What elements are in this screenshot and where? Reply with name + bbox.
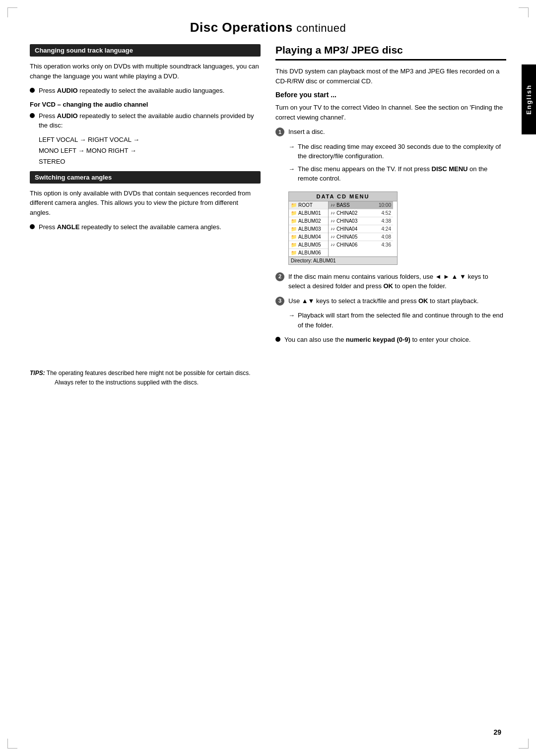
corner-mark-bl [7, 739, 17, 749]
cd-time-bass: 10:00 [379, 202, 391, 208]
folder-icon-album06: 📁 [291, 250, 297, 255]
step-1-arrow-1: → The disc reading time may exceed 30 se… [288, 142, 506, 161]
track-icon-china04: ♪♪ [331, 226, 335, 231]
cd-menu-body: 📁 ROOT 📁 ALBUM01 📁 ALBUM02 📁 [289, 201, 397, 256]
step-1-arrow-2-text: The disc menu appears on the TV. If not … [298, 164, 506, 184]
cd-label-bass: BASS [336, 202, 350, 208]
folder-icon-album02: 📁 [291, 218, 297, 224]
step-2: 2 If the disc main menu contains various… [275, 272, 506, 291]
bullet-dot-1 [30, 88, 35, 93]
mp3-section-title: Playing a MP3/ JPEG disc [275, 44, 506, 61]
arrow-symbol-1: → [288, 142, 295, 152]
track-icon-china05: ♪♪ [331, 234, 335, 239]
cd-label-album02: ALBUM02 [298, 218, 321, 224]
bold-disc-menu: DISC MENU [432, 165, 468, 173]
cd-label-root: ROOT [298, 202, 313, 208]
cd-time-china06: 4:36 [382, 242, 391, 248]
step-3-number: 3 [275, 297, 284, 306]
folder-icon-album01: 📁 [291, 210, 297, 216]
cd-row-china04: ♪♪ CHINA04 4:24 [329, 225, 393, 233]
step-3-arrow-text: Playback will start from the selected fi… [298, 311, 506, 330]
bold-ok-2: OK [384, 282, 394, 290]
cd-label-album01: ALBUM01 [298, 210, 321, 216]
arrow-symbol-2: → [288, 164, 295, 174]
cd-row-root: 📁 ROOT [289, 201, 328, 209]
before-you-start-text: Turn on your TV to the correct Video In … [275, 103, 506, 122]
page-number: 29 [493, 728, 501, 736]
mp3-intro: This DVD system can playback most of the… [275, 66, 506, 86]
cd-directory: Directory: ALBUM01 [289, 256, 397, 264]
cd-menu-title: DATA CD MENU [289, 192, 397, 201]
step-2-text: If the disc main menu contains various f… [288, 272, 506, 291]
cd-row-china05: ♪♪ CHINA05 4:08 [329, 233, 393, 241]
folder-icon-root: 📁 [291, 202, 297, 208]
cd-row-bass: ♪♪ BASS 10:00 [329, 201, 393, 209]
bullet-angle-1-text: Press ANGLE repeatedly to select the ava… [39, 222, 221, 232]
cd-menu-right: ♪♪ BASS 10:00 ♪♪ CHINA02 4:52 ♪♪ CHINA03 [329, 201, 393, 256]
bullet-audio-2-text: Press AUDIO repeatedly to select the ava… [39, 111, 261, 130]
sub-heading-vcd: For VCD – changing the audio channel [30, 101, 261, 108]
bullet-numeric-text: You can also use the numeric keypad (0-9… [284, 335, 470, 345]
bold-numeric: numeric keypad (0-9) [346, 336, 410, 343]
bullet-angle-1: Press ANGLE repeatedly to select the ava… [30, 222, 261, 232]
mono-line-1: LEFT VOCAL → RIGHT VOCAL → [39, 134, 261, 145]
cd-time-china02: 4:52 [382, 210, 391, 216]
corner-mark-br [519, 739, 529, 749]
cd-label-album06: ALBUM06 [298, 250, 321, 255]
track-icon-bass: ♪♪ [331, 202, 335, 207]
step-1-arrow-1-text: The disc reading time may exceed 30 seco… [298, 142, 506, 161]
cd-row-china06: ♪♪ CHINA06 4:36 [329, 241, 393, 249]
two-column-layout: Changing sound track language This opera… [30, 44, 506, 349]
step-1-text: Insert a disc. [288, 127, 325, 137]
title-continued: continued [296, 22, 346, 34]
cd-label-china03: CHINA03 [336, 218, 357, 224]
mono-line-3: STEREO [39, 156, 261, 167]
bullet-audio-1-text: Press AUDIO repeatedly to select the ava… [39, 86, 224, 96]
bold-audio-1: AUDIO [57, 87, 78, 94]
track-icon-china03: ♪♪ [331, 218, 335, 223]
step-1-arrow-2: → The disc menu appears on the TV. If no… [288, 164, 506, 184]
arrow-symbol-3: → [288, 311, 295, 320]
english-tab: English [522, 64, 536, 134]
section1-body: This operation works only on DVDs with m… [30, 62, 261, 81]
section-header-angles: Switching camera angles [30, 171, 261, 184]
cd-row-album04: 📁 ALBUM04 [289, 233, 328, 241]
cd-row-china03: ♪♪ CHINA03 4:38 [329, 217, 393, 225]
cd-row-album05: 📁 ALBUM05 [289, 241, 328, 249]
bullet-audio-2: Press AUDIO repeatedly to select the ava… [30, 111, 261, 130]
folder-icon-album05: 📁 [291, 242, 297, 248]
cd-row-china02: ♪♪ CHINA02 4:52 [329, 209, 393, 217]
step-1: 1 Insert a disc. [275, 127, 506, 137]
bullet-dot-numeric [275, 337, 280, 342]
bold-angle: ANGLE [57, 223, 80, 231]
mono-line-2: MONO LEFT → MONO RIGHT → [39, 145, 261, 156]
mono-text-channels: LEFT VOCAL → RIGHT VOCAL → MONO LEFT → M… [39, 134, 261, 167]
track-icon-china02: ♪♪ [331, 210, 335, 215]
section-header-audio: Changing sound track language [30, 44, 261, 57]
step-3-arrow: → Playback will start from the selected … [288, 311, 506, 330]
bullet-dot-3 [30, 224, 35, 229]
cd-row-album01: 📁 ALBUM01 [289, 209, 328, 217]
tips-label: TIPS: [30, 370, 45, 377]
cd-row-album02: 📁 ALBUM02 [289, 217, 328, 225]
folder-icon-album04: 📁 [291, 234, 297, 240]
cd-time-china05: 4:08 [382, 234, 391, 240]
cd-label-china06: CHINA06 [336, 242, 357, 248]
cd-row-album03: 📁 ALBUM03 [289, 225, 328, 233]
cd-label-album05: ALBUM05 [298, 242, 321, 248]
cd-menu: DATA CD MENU 📁 ROOT 📁 ALBUM01 📁 [288, 191, 398, 265]
tips-text2: Always refer to the instructions supplie… [55, 379, 199, 386]
cd-time-china03: 4:38 [382, 218, 391, 224]
step-3-text: Use ▲▼ keys to select a track/file and p… [288, 296, 478, 306]
bold-ok-3: OK [418, 297, 428, 305]
cd-label-china02: CHINA02 [336, 210, 357, 216]
right-column: Playing a MP3/ JPEG disc This DVD system… [275, 44, 506, 349]
track-icon-china06: ♪♪ [331, 242, 335, 247]
step-3: 3 Use ▲▼ keys to select a track/file and… [275, 296, 506, 306]
cd-label-china05: CHINA05 [336, 234, 357, 240]
page: English Disc Operations continued Changi… [0, 0, 536, 756]
left-column: Changing sound track language This opera… [30, 44, 261, 349]
step-2-number: 2 [275, 272, 284, 281]
tips-text: The operating features described here mi… [47, 370, 251, 377]
bullet-dot-2 [30, 113, 35, 118]
